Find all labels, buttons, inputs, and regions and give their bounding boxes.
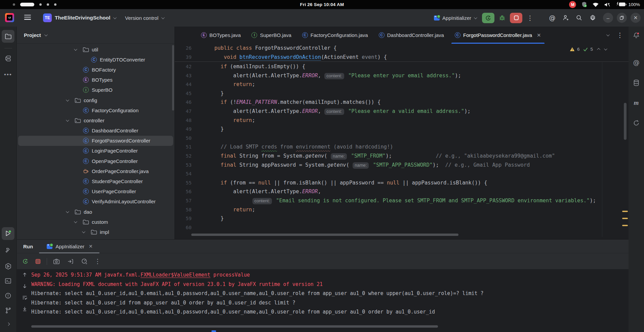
menu-dot-icon[interactable] <box>54 3 56 6</box>
scroll-down-icon[interactable] <box>22 283 28 289</box>
prev-problem-icon[interactable] <box>597 48 600 51</box>
tree-item-BOFactory[interactable]: CBOFactory <box>17 65 174 75</box>
services-icon[interactable] <box>2 260 14 273</box>
project-tool-icon[interactable] <box>2 30 14 43</box>
tree-item-BOTypes[interactable]: EBOTypes <box>17 75 174 85</box>
tree-item-DashboardController[interactable]: CDashboardController <box>17 126 174 136</box>
tab-options-icon[interactable]: ⋮ <box>617 32 623 38</box>
code-line[interactable]: 49 } <box>175 125 629 134</box>
rerun-button[interactable] <box>22 258 29 264</box>
code-line[interactable]: 56 alert(Alert.AlertType.ERROR, <box>175 187 629 196</box>
version-control-branch-icon[interactable] <box>2 304 14 317</box>
run-tab[interactable]: AppInitializer ✕ <box>47 244 93 249</box>
tree-item-EntityDTOConverter[interactable]: CEntityDTOConverter <box>17 54 174 65</box>
code-line[interactable]: 44 return; <box>175 80 629 89</box>
tree-item-dao[interactable]: dao <box>17 207 174 217</box>
tree-item-StudentPageController[interactable]: CStudentPageController <box>17 176 174 186</box>
ai-assistant-tool-icon[interactable]: @ <box>630 56 643 69</box>
tab-FactoryConfiguration.java[interactable]: CFactoryConfiguration.java <box>297 27 373 44</box>
tree-item-custom[interactable]: custom <box>17 217 174 227</box>
tree-item-FactoryConfiguration[interactable]: CFactoryConfiguration <box>17 105 174 115</box>
code-line[interactable]: 39 void btnRecoverPasswordOnAction(Actio… <box>175 53 629 62</box>
project-panel-header[interactable]: Project <box>17 27 174 44</box>
project-selector[interactable]: TheEliteDrivingSchool <box>55 14 116 22</box>
code-line[interactable]: 55 if (from == null || from.isBlank() ||… <box>175 178 629 188</box>
code-line[interactable]: 45 } <box>175 89 629 98</box>
scroll-to-end-icon[interactable] <box>22 306 28 312</box>
chevron-down-icon[interactable] <box>66 210 69 213</box>
code-area[interactable]: 42 if (emailInput.isEmpty()) {43 alert(A… <box>175 62 629 232</box>
code-line[interactable]: 60 <box>175 223 629 232</box>
search-icon[interactable] <box>573 13 585 23</box>
code-line[interactable]: 57 content: "Email sending is not config… <box>175 196 629 205</box>
code-line[interactable]: 42 if (emailInput.isEmpty()) { <box>175 62 629 71</box>
gauge-icon[interactable] <box>81 258 88 264</box>
tree-item-OpenPageController[interactable]: COpenPageController <box>17 156 174 166</box>
problems-icon[interactable] <box>2 289 14 302</box>
add-user-icon[interactable] <box>560 13 571 23</box>
tab-BOTypes.java[interactable]: EBOTypes.java <box>196 27 246 44</box>
tab-list-chevron-icon[interactable] <box>606 33 610 36</box>
code-line[interactable]: 51 // Load SMTP creds from environment (… <box>175 142 629 152</box>
warning-stripe-mark[interactable] <box>622 225 628 226</box>
chevron-down-icon[interactable] <box>74 220 77 223</box>
code-line[interactable]: 54 <box>175 169 629 178</box>
close-icon[interactable]: ✕ <box>89 244 93 249</box>
menu-dot-icon[interactable] <box>39 3 42 6</box>
tree-item-LoginPageController[interactable]: CLoginPageController <box>17 146 174 156</box>
restore-button[interactable] <box>617 13 627 23</box>
tree-item-config[interactable]: config <box>17 95 174 105</box>
expand-stripe-icon[interactable] <box>2 318 14 330</box>
code-line[interactable]: 58 return; <box>175 205 629 214</box>
code-line[interactable]: 46 if (!EMAIL_PATTERN.matcher(emailInput… <box>175 98 629 107</box>
code-line[interactable]: 26 public class ForgotPasswordController… <box>175 44 629 53</box>
chevron-down-icon[interactable] <box>66 118 69 122</box>
menubar-clock[interactable]: Fri 26 Sep 10:04 AM <box>300 0 344 9</box>
import-thread-dump-icon[interactable] <box>67 258 74 264</box>
chevron-down-icon[interactable] <box>66 98 69 101</box>
warning-stripe-mark[interactable] <box>622 218 628 219</box>
tree-item-util[interactable]: util <box>17 44 174 54</box>
run-tool-icon[interactable] <box>2 227 14 240</box>
more-options-icon[interactable]: ⋮ <box>94 258 101 264</box>
macos-menu-items[interactable] <box>13 0 56 9</box>
project-scrollbar[interactable] <box>172 45 174 111</box>
inspections-widget[interactable]: 6 5 <box>570 47 606 52</box>
stop-run-button[interactable] <box>35 259 41 264</box>
menu-dot-icon[interactable] <box>47 3 49 6</box>
code-line[interactable]: 59 } <box>175 214 629 223</box>
run-config-selector[interactable]: AppInitializer <box>434 15 476 21</box>
tab-SuperBO.java[interactable]: ISuperBO.java <box>246 27 296 44</box>
chevron-down-icon[interactable] <box>74 47 77 51</box>
tree-item-ForgotPasswordController[interactable]: CForgotPasswordController <box>18 136 173 146</box>
project-avatar-badge[interactable]: TE <box>43 13 52 22</box>
version-control-menu[interactable]: Version control <box>125 14 164 22</box>
maven-icon[interactable]: m <box>630 96 643 109</box>
code-line[interactable]: 47 alert(Alert.AlertType.ERROR, content:… <box>175 107 629 116</box>
debug-button[interactable] <box>496 13 508 23</box>
database-icon[interactable] <box>630 76 643 89</box>
code-line[interactable]: 50 <box>175 134 629 143</box>
shield-icon[interactable] <box>581 1 587 8</box>
tree-item-SuperBO[interactable]: ISuperBO <box>17 85 174 95</box>
gradle-sync-icon[interactable] <box>630 117 643 129</box>
tree-item-impl[interactable]: impl <box>17 227 174 237</box>
more-tools-icon[interactable]: ••• <box>2 68 14 81</box>
structure-tool-icon[interactable] <box>2 52 14 65</box>
close-icon[interactable]: ✕ <box>537 32 541 38</box>
tab-DashboardController.java[interactable]: CDashboardController.java <box>373 27 449 44</box>
apple-menu-icon[interactable] <box>13 3 15 6</box>
editor-horizontal-scrollbar[interactable] <box>191 234 458 236</box>
tab-ForgotPasswordController.java[interactable]: CForgotPasswordController.java✕ <box>449 27 547 44</box>
minimize-button[interactable]: – <box>603 13 613 23</box>
warning-stripe-mark[interactable] <box>622 211 628 212</box>
mail-badge-icon[interactable]: M <box>569 1 576 8</box>
code-line[interactable]: 53 final String appPassword = System.get… <box>175 161 629 170</box>
tree-item-VerifyAdminLayoutController[interactable]: CVerifyAdminLayoutController <box>17 197 174 207</box>
more-actions-icon[interactable]: ⋮ <box>524 13 536 23</box>
settings-gear-icon[interactable] <box>587 13 598 23</box>
ai-assistant-icon[interactable]: @ <box>547 13 558 23</box>
tree-item-UserPageController[interactable]: CUserPageController <box>17 186 174 197</box>
terminal-icon[interactable] <box>2 275 14 287</box>
close-button[interactable]: ✕ <box>631 13 641 23</box>
